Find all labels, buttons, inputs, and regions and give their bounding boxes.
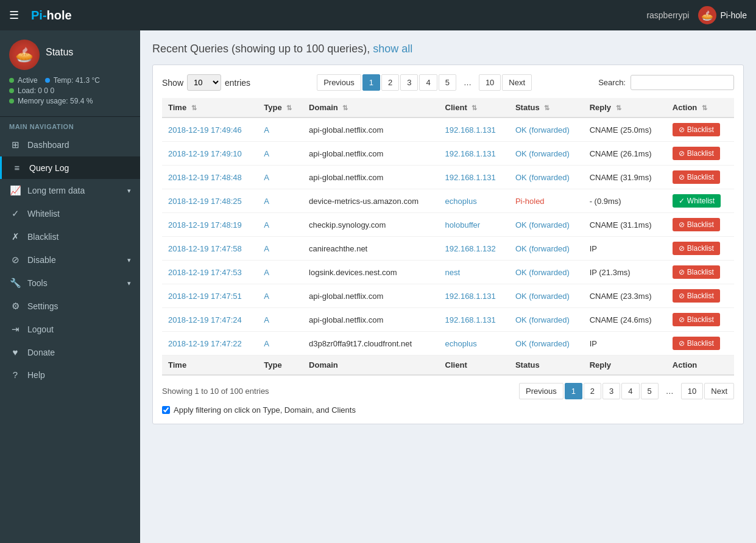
- cell-domain[interactable]: canireachthe.net: [303, 237, 439, 261]
- cell-client[interactable]: echoplus: [439, 189, 509, 213]
- sidebar-item-whitelist[interactable]: ✓ Whitelist: [0, 202, 140, 225]
- pihole-brand: 🥧 Pi-hole: [698, 6, 747, 24]
- memory-label: Memory usage: 59.4 %: [18, 97, 93, 105]
- page-3-top[interactable]: 3: [400, 74, 418, 91]
- sort-status-icon[interactable]: ⇅: [544, 104, 549, 111]
- show-entries-control: Show 10 25 50 100 entries: [162, 74, 250, 91]
- sort-client-icon[interactable]: ⇅: [472, 104, 477, 111]
- sort-reply-icon[interactable]: ⇅: [616, 104, 621, 111]
- page-2-bottom[interactable]: 2: [584, 383, 601, 399]
- disable-icon: ⊘: [9, 254, 21, 265]
- sidebar-item-tools[interactable]: 🔧 Tools ▾: [0, 272, 140, 295]
- sidebar-item-blacklist[interactable]: ✗ Blacklist: [0, 225, 140, 248]
- cell-type[interactable]: A: [258, 142, 303, 166]
- action-button[interactable]: ⊘ Blacklist: [673, 147, 720, 160]
- cell-domain[interactable]: api-global.netflix.com: [303, 308, 439, 332]
- cell-domain[interactable]: logsink.devices.nest.com: [303, 261, 439, 284]
- prev-button-bottom[interactable]: Previous: [519, 383, 563, 399]
- entries-select[interactable]: 10 25 50 100: [187, 74, 221, 91]
- action-button[interactable]: ⊘ Blacklist: [673, 313, 720, 326]
- next-button-top[interactable]: Next: [502, 74, 532, 91]
- main-content: Recent Queries (showing up to 100 querie…: [140, 30, 756, 543]
- sidebar-item-dashboard[interactable]: ⊞ Dashboard: [0, 133, 140, 156]
- cell-domain[interactable]: api-global.netflix.com: [303, 142, 439, 166]
- action-btn-label: Blacklist: [687, 339, 714, 348]
- action-button[interactable]: ⊘ Blacklist: [673, 218, 720, 231]
- cell-client[interactable]: echoplus: [439, 332, 509, 356]
- sidebar-item-querylog[interactable]: ≡ Query Log: [0, 156, 140, 179]
- action-button[interactable]: ⊘ Blacklist: [673, 337, 720, 350]
- query-log-box: Show 10 25 50 100 entries Previous 1 2: [152, 65, 744, 424]
- cell-type[interactable]: A: [258, 166, 303, 189]
- cell-domain[interactable]: api-global.netflix.com: [303, 284, 439, 308]
- query-table: Time ⇅ Type ⇅ Domain ⇅ Client ⇅ Status ⇅…: [162, 98, 734, 376]
- sidebar-item-longterm[interactable]: 📈 Long term data ▾: [0, 179, 140, 202]
- cell-client[interactable]: nest: [439, 261, 509, 284]
- action-button[interactable]: ⊘ Blacklist: [673, 289, 720, 303]
- brand-logo[interactable]: Pi-hole: [31, 9, 72, 23]
- hamburger-icon[interactable]: ☰: [9, 9, 19, 22]
- filter-checkbox[interactable]: [162, 406, 170, 414]
- sidebar-item-help[interactable]: ? Help: [0, 363, 140, 386]
- prev-button-top[interactable]: Previous: [317, 74, 361, 91]
- action-btn-icon: ⊘: [679, 173, 685, 181]
- next-button-bottom[interactable]: Next: [704, 383, 734, 399]
- page-5-bottom[interactable]: 5: [641, 383, 659, 399]
- cell-client[interactable]: 192.168.1.131: [439, 308, 509, 332]
- cell-type[interactable]: A: [258, 332, 303, 356]
- sort-action-icon[interactable]: ⇅: [702, 104, 707, 111]
- col-action: Action ⇅: [666, 98, 734, 117]
- cell-type[interactable]: A: [258, 261, 303, 284]
- cell-action: ⊘ Blacklist: [666, 308, 734, 332]
- sidebar-item-donate[interactable]: ♥ Donate: [0, 341, 140, 363]
- action-button[interactable]: ✓ Whitelist: [673, 194, 721, 208]
- sidebar-item-logout[interactable]: ⇥ Logout: [0, 318, 140, 341]
- page-5-top[interactable]: 5: [439, 74, 456, 91]
- cell-client[interactable]: holobuffer: [439, 213, 509, 237]
- sort-time-icon[interactable]: ⇅: [191, 104, 197, 111]
- show-all-link[interactable]: show all: [373, 43, 412, 55]
- page-2-top[interactable]: 2: [381, 74, 399, 91]
- cell-domain[interactable]: checkip.synology.com: [303, 213, 439, 237]
- action-button[interactable]: ⊘ Blacklist: [673, 170, 720, 184]
- cell-domain[interactable]: api-global.netflix.com: [303, 166, 439, 189]
- page-1-top[interactable]: 1: [362, 74, 380, 91]
- sidebar-item-disable[interactable]: ⊘ Disable ▾: [0, 248, 140, 272]
- cell-client[interactable]: 192.168.1.131: [439, 284, 509, 308]
- cell-client[interactable]: 192.168.1.131: [439, 166, 509, 189]
- page-1-bottom[interactable]: 1: [565, 383, 582, 399]
- action-button[interactable]: ⊘ Blacklist: [673, 242, 720, 255]
- cell-action: ✓ Whitelist: [666, 189, 734, 213]
- cell-reply: CNAME (31.1ms): [584, 213, 666, 237]
- page-10-bottom[interactable]: 10: [681, 383, 703, 399]
- cell-action: ⊘ Blacklist: [666, 237, 734, 261]
- sort-type-icon[interactable]: ⇅: [286, 104, 292, 111]
- cell-client[interactable]: 192.168.1.131: [439, 117, 509, 142]
- cell-type[interactable]: A: [258, 284, 303, 308]
- cell-client[interactable]: 192.168.1.132: [439, 237, 509, 261]
- cell-type[interactable]: A: [258, 117, 303, 142]
- cell-domain[interactable]: device-metrics-us.amazon.com: [303, 189, 439, 213]
- cell-domain[interactable]: api-global.netflix.com: [303, 117, 439, 142]
- page-4-bottom[interactable]: 4: [621, 383, 639, 399]
- sort-domain-icon[interactable]: ⇅: [342, 104, 348, 111]
- pagination-bottom: Previous 1 2 3 4 5 … 10 Next: [519, 383, 734, 399]
- cell-type[interactable]: A: [258, 189, 303, 213]
- page-4-top[interactable]: 4: [419, 74, 437, 91]
- cell-action: ⊘ Blacklist: [666, 332, 734, 356]
- action-button[interactable]: ⊘ Blacklist: [673, 123, 720, 136]
- cell-type[interactable]: A: [258, 237, 303, 261]
- page-3-bottom[interactable]: 3: [602, 383, 620, 399]
- sidebar-item-settings[interactable]: ⚙ Settings: [0, 295, 140, 318]
- action-button[interactable]: ⊘ Blacklist: [673, 265, 720, 279]
- cell-type[interactable]: A: [258, 213, 303, 237]
- cell-client[interactable]: 192.168.1.131: [439, 142, 509, 166]
- cell-status: OK (forwarded): [509, 261, 584, 284]
- page-10-top[interactable]: 10: [479, 74, 501, 91]
- search-input[interactable]: [631, 75, 734, 90]
- filter-checkbox-label[interactable]: Apply filtering on click on Type, Domain…: [174, 405, 356, 415]
- cell-domain[interactable]: d3p8zr0ffa9t17.cloudfront.net: [303, 332, 439, 356]
- cell-type[interactable]: A: [258, 308, 303, 332]
- tools-icon: 🔧: [9, 278, 21, 289]
- col-domain: Domain ⇅: [303, 98, 439, 117]
